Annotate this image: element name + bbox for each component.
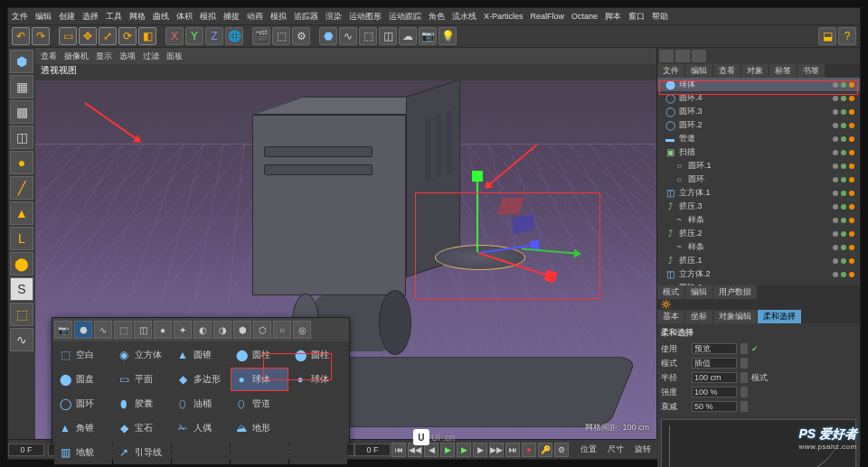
menu-item[interactable]: 窗口 bbox=[628, 11, 645, 23]
axis-x-toggle[interactable]: X bbox=[165, 27, 184, 45]
camera-menu[interactable]: 📷 bbox=[419, 27, 437, 45]
render-view[interactable]: 🎬 bbox=[252, 27, 270, 45]
viewport-menu-item[interactable]: 选项 bbox=[119, 51, 136, 62]
attr-input[interactable] bbox=[692, 401, 737, 412]
primitive-item[interactable]: ⛰地形 bbox=[231, 416, 288, 440]
menu-item[interactable]: 文件 bbox=[12, 11, 28, 23]
attr-menu-item[interactable]: 模式 bbox=[657, 285, 684, 299]
polygon-mode[interactable]: ▲ bbox=[10, 201, 33, 225]
layout-menu[interactable]: ⬓ bbox=[818, 27, 836, 45]
visibility-dot[interactable] bbox=[841, 109, 846, 115]
menu-item[interactable]: 流水线 bbox=[452, 11, 476, 23]
primitive-item[interactable]: ⬚空白 bbox=[54, 343, 112, 367]
layer-dot[interactable] bbox=[833, 136, 838, 142]
popup-tab[interactable]: ○ bbox=[273, 321, 291, 339]
popup-tab[interactable]: ✦ bbox=[174, 321, 192, 339]
render-dot[interactable] bbox=[849, 136, 854, 142]
visibility-dot[interactable] bbox=[841, 204, 846, 210]
om-menu-item[interactable]: 文件 bbox=[657, 64, 684, 78]
primitive-item[interactable]: ▲角锥 bbox=[54, 416, 112, 440]
menu-item[interactable]: 渲染 bbox=[326, 11, 342, 23]
render-region[interactable]: ⬚ bbox=[272, 27, 290, 45]
environment-menu[interactable]: ☁ bbox=[399, 27, 417, 45]
om-menu-item[interactable]: 编辑 bbox=[685, 64, 712, 78]
visibility-dot[interactable] bbox=[841, 96, 846, 101]
object-row[interactable]: ◯圆环.3 bbox=[657, 105, 860, 118]
layer-dot[interactable] bbox=[833, 258, 838, 264]
object-row[interactable]: ~样条 bbox=[657, 213, 860, 227]
spinner[interactable] bbox=[741, 401, 748, 412]
attr-input[interactable] bbox=[692, 372, 737, 383]
spinner[interactable] bbox=[741, 372, 748, 383]
attr-tab[interactable]: 柔和选择 bbox=[758, 310, 801, 323]
layer-dot[interactable] bbox=[833, 177, 838, 182]
point-mode[interactable]: ● bbox=[10, 151, 33, 174]
popup-tab[interactable]: 📷 bbox=[54, 321, 72, 339]
menu-item[interactable]: 捕捉 bbox=[223, 11, 240, 23]
menu-item[interactable]: 选择 bbox=[82, 11, 99, 23]
panel-icon[interactable] bbox=[692, 50, 706, 62]
snap-toggle[interactable]: S bbox=[10, 277, 33, 301]
render-dot[interactable] bbox=[849, 177, 854, 182]
layer-dot[interactable] bbox=[833, 272, 838, 277]
om-menu-item[interactable]: 标签 bbox=[769, 64, 797, 78]
deformer-menu[interactable]: ◫ bbox=[379, 27, 397, 45]
primitive-item[interactable]: ◆多边形 bbox=[172, 368, 230, 391]
render-dot[interactable] bbox=[849, 163, 854, 169]
viewport-menu-item[interactable]: 摄像机 bbox=[64, 51, 89, 62]
layer-dot[interactable] bbox=[833, 109, 838, 115]
viewport-menu-item[interactable]: 过滤 bbox=[143, 51, 159, 62]
menu-item[interactable]: 创建 bbox=[59, 11, 75, 23]
coord-tab[interactable]: 位置 bbox=[575, 444, 602, 455]
axis-y-toggle[interactable]: Y bbox=[185, 27, 203, 45]
enable-axis[interactable]: L bbox=[10, 227, 33, 250]
object-row[interactable]: ▬管道 bbox=[657, 132, 860, 145]
spinner[interactable] bbox=[741, 358, 748, 369]
popup-tab[interactable]: ∿ bbox=[94, 321, 112, 339]
goto-end-button[interactable]: ⏭ bbox=[505, 443, 520, 457]
primitive-item[interactable]: ▥地貌 bbox=[54, 441, 112, 464]
key-options[interactable]: ⚙ bbox=[554, 443, 569, 457]
primitive-item[interactable]: ◯圆环 bbox=[54, 392, 112, 416]
primitive-item[interactable]: ◉立方体 bbox=[113, 343, 171, 367]
menu-item[interactable]: X-Particles bbox=[484, 12, 524, 21]
spinner[interactable] bbox=[741, 387, 748, 397]
frame-start-input[interactable] bbox=[8, 444, 44, 456]
om-menu-item[interactable]: 对象 bbox=[741, 64, 769, 78]
next-frame-button[interactable]: ▶ bbox=[473, 443, 487, 457]
menu-item[interactable]: 角色 bbox=[429, 11, 445, 23]
attr-input[interactable] bbox=[692, 343, 737, 354]
visibility-dot[interactable] bbox=[841, 177, 846, 182]
render-dot[interactable] bbox=[849, 123, 854, 128]
menu-item[interactable]: 动画 bbox=[247, 11, 263, 23]
primitive-item[interactable]: ▲圆锥 bbox=[172, 343, 230, 367]
render-dot[interactable] bbox=[849, 204, 854, 210]
viewport-menu-item[interactable]: 查看 bbox=[41, 51, 57, 62]
attr-tab[interactable]: 基本 bbox=[657, 310, 684, 323]
om-menu-item[interactable]: 查看 bbox=[713, 64, 741, 78]
visibility-dot[interactable] bbox=[841, 258, 846, 264]
popup-tab[interactable]: ◫ bbox=[134, 321, 152, 339]
menu-item[interactable]: 脚本 bbox=[605, 11, 621, 23]
menu-item[interactable]: 帮助 bbox=[652, 11, 668, 23]
coord-tab[interactable]: 尺寸 bbox=[602, 444, 629, 455]
popup-tab[interactable]: ⬡ bbox=[253, 321, 271, 339]
make-editable[interactable]: ⬢ bbox=[10, 50, 33, 73]
autokey-button[interactable]: 🔑 bbox=[538, 443, 552, 457]
scale-tool[interactable]: ⤢ bbox=[99, 27, 117, 45]
coord-tab[interactable]: 旋转 bbox=[629, 444, 656, 455]
menu-item[interactable]: Octane bbox=[571, 12, 598, 21]
help-button[interactable]: ? bbox=[838, 27, 856, 45]
primitive-item[interactable]: ✁人偶 bbox=[172, 416, 230, 440]
frame-current-input[interactable] bbox=[354, 444, 391, 456]
render-dot[interactable] bbox=[849, 109, 854, 115]
visibility-dot[interactable] bbox=[841, 231, 846, 237]
visibility-dot[interactable] bbox=[841, 191, 846, 196]
layer-dot[interactable] bbox=[833, 218, 838, 223]
layer-dot[interactable] bbox=[833, 150, 838, 155]
object-row[interactable]: ▣扫描 bbox=[657, 145, 860, 159]
primitive-menu[interactable]: ⬣ bbox=[319, 27, 337, 45]
popup-tab[interactable]: ● bbox=[154, 321, 172, 339]
next-key-button[interactable]: ▶▶ bbox=[489, 443, 504, 457]
render-dot[interactable] bbox=[849, 191, 854, 196]
